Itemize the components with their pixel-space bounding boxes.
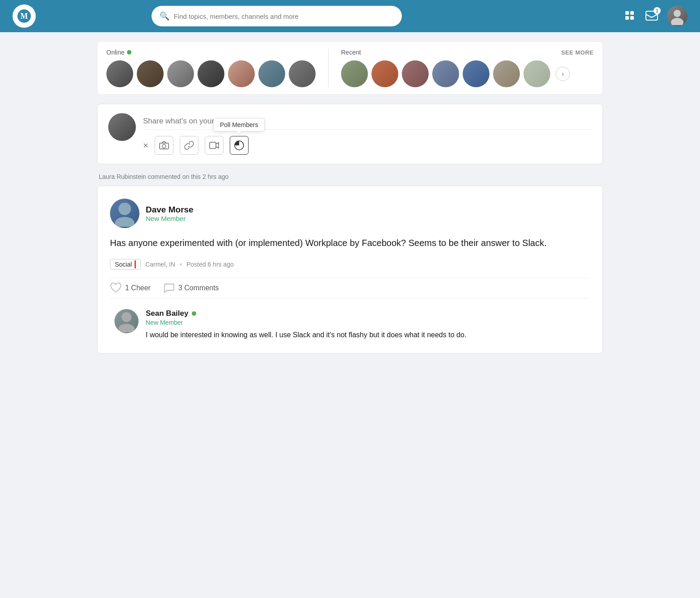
post-author-role: New Member (146, 215, 194, 222)
post-card: Dave Morse New Member Has anyone experim… (97, 186, 603, 354)
online-indicator (127, 50, 131, 55)
tag-accent-bar (135, 260, 136, 268)
list-item[interactable] (137, 60, 164, 87)
svg-point-14 (115, 217, 135, 227)
online-section: Online (106, 49, 326, 87)
list-item[interactable] (432, 60, 459, 87)
poll-tooltip-arrow-inner (236, 131, 242, 134)
comment-button[interactable]: 3 Comments (163, 283, 219, 293)
search-input[interactable] (174, 13, 394, 20)
list-item[interactable] (289, 60, 316, 87)
post-author-avatar[interactable] (110, 199, 139, 228)
logo[interactable]: M (13, 4, 36, 28)
notification-badge: 1 (654, 7, 661, 14)
post-tag[interactable]: Social (110, 259, 141, 270)
see-more-button[interactable]: SEE MORE (561, 49, 594, 56)
svg-point-7 (674, 10, 681, 17)
post-author: Dave Morse New Member (110, 199, 590, 228)
post-meta: Social Carmel, IN • Posted 6 hrs ago (110, 259, 590, 270)
poll-members-button[interactable] (230, 136, 249, 155)
list-item[interactable] (341, 60, 368, 87)
comment-item: Sean Bailey New Member I would be intere… (110, 309, 590, 341)
activity-notification: Laura Rubinstein commented on this 2 hrs… (97, 173, 603, 180)
comment-text: I would be interested in knowing as well… (146, 330, 466, 341)
post-time: Posted 6 hrs ago (186, 261, 234, 268)
poll-button-wrapper: Poll Members (230, 136, 249, 155)
svg-text:M: M (21, 12, 28, 21)
section-divider (328, 49, 329, 87)
header-icons: 1 (624, 6, 687, 26)
poll-tooltip: Poll Members (213, 118, 265, 131)
composer-actions: × (143, 130, 592, 155)
photo-button[interactable] (155, 136, 173, 155)
post-author-name[interactable]: Dave Morse (146, 205, 194, 215)
comment-avatar[interactable] (114, 309, 139, 333)
recent-label: Recent (341, 49, 361, 56)
app-header: M 🔍 1 (0, 0, 700, 32)
link-icon (184, 140, 194, 150)
recent-header: Recent SEE MORE (341, 49, 594, 56)
commenter-avatar-icon (115, 310, 138, 332)
list-item[interactable] (228, 60, 255, 87)
svg-point-13 (118, 203, 131, 215)
author-avatar-icon (111, 200, 138, 227)
commenter-name[interactable]: Sean Bailey (146, 309, 188, 318)
list-item[interactable] (493, 60, 520, 87)
camera-icon (159, 141, 169, 149)
list-item[interactable] (258, 60, 285, 87)
post-location: Carmel, IN (145, 261, 175, 268)
composer-user-avatar (108, 113, 136, 141)
comment-author-line: Sean Bailey (146, 309, 466, 318)
list-item[interactable] (371, 60, 398, 87)
list-item[interactable] (523, 60, 550, 87)
post-separator: • (180, 261, 182, 268)
user-avatar-header[interactable] (667, 6, 687, 26)
post-stats: 1 Cheer 3 Comments (110, 278, 590, 298)
cheer-button[interactable]: 1 Cheer (110, 283, 151, 293)
poll-icon (234, 140, 245, 151)
svg-rect-2 (625, 11, 629, 15)
close-button[interactable]: × (143, 141, 148, 150)
svg-point-15 (122, 312, 131, 322)
cheer-count: 1 Cheer (125, 284, 151, 292)
commenter-role: New Member (146, 319, 466, 326)
list-item[interactable] (167, 60, 194, 87)
grid-icon (624, 10, 637, 22)
commenter-online-dot (192, 311, 196, 316)
comments-count: 3 Comments (178, 284, 219, 292)
svg-rect-4 (625, 16, 629, 20)
recent-avatars: › (341, 60, 594, 87)
profile-icon (668, 7, 686, 25)
list-item[interactable] (198, 60, 224, 87)
search-icon: 🔍 (160, 11, 169, 21)
svg-point-16 (118, 324, 135, 332)
online-avatars (106, 60, 316, 87)
post-text: Has anyone experimented with (or impleme… (110, 236, 590, 250)
video-button[interactable] (205, 136, 223, 155)
messages-button[interactable]: 1 (645, 9, 659, 23)
svg-rect-3 (630, 11, 634, 15)
comment-icon (163, 283, 175, 293)
composer-right: × (143, 113, 592, 155)
search-bar[interactable]: 🔍 (152, 6, 402, 26)
online-label: Online (106, 49, 316, 56)
svg-rect-11 (210, 142, 216, 148)
list-item[interactable] (402, 60, 429, 87)
post-composer: × (97, 104, 603, 164)
post-author-info: Dave Morse New Member (146, 205, 194, 222)
heart-icon (110, 283, 122, 293)
list-item[interactable] (106, 60, 133, 87)
video-icon (209, 142, 219, 149)
list-item[interactable] (463, 60, 489, 87)
link-button[interactable] (180, 136, 198, 155)
svg-point-8 (671, 18, 683, 25)
comment-content: Sean Bailey New Member I would be intere… (146, 309, 466, 341)
next-button[interactable]: › (556, 67, 570, 81)
recent-section: Recent SEE MORE › (330, 49, 594, 87)
svg-rect-5 (630, 16, 634, 20)
members-row: Online Recent SEE MORE (97, 41, 603, 95)
compose-input[interactable] (143, 113, 592, 130)
grid-button[interactable] (624, 10, 637, 22)
svg-point-10 (162, 144, 166, 148)
